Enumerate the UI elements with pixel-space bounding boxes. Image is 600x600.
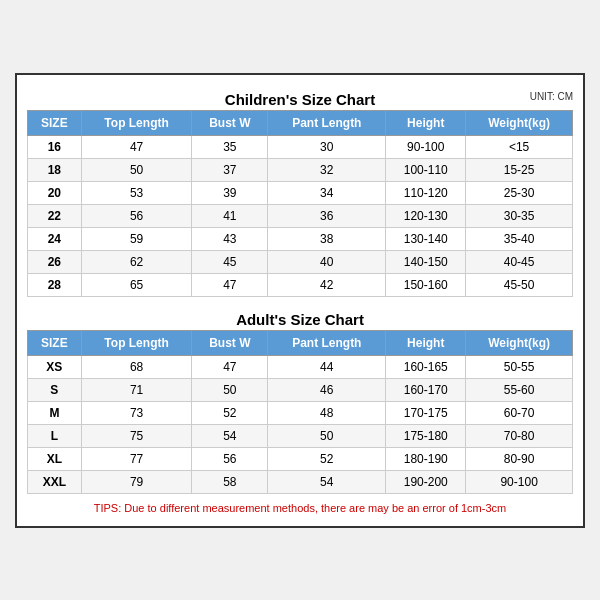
table-cell: 15-25 [466,158,573,181]
table-row: S715046160-17055-60 [28,378,573,401]
adults-col-toplength: Top Length [81,330,192,355]
table-cell: 40 [268,250,386,273]
table-cell: 37 [192,158,268,181]
adults-header-row: SIZE Top Length Bust W Pant Length Heigh… [28,330,573,355]
unit-label: UNIT: CM [530,91,573,102]
table-cell: 175-180 [386,424,466,447]
table-row: XL775652180-19080-90 [28,447,573,470]
table-cell: 47 [192,273,268,296]
table-cell: 30 [268,135,386,158]
children-col-weight: Weight(kg) [466,110,573,135]
table-cell: 20 [28,181,82,204]
table-cell: 50 [268,424,386,447]
table-row: XS684744160-16550-55 [28,355,573,378]
table-cell: 140-150 [386,250,466,273]
table-cell: XXL [28,470,82,493]
table-cell: 62 [81,250,192,273]
table-cell: 70-80 [466,424,573,447]
table-cell: 34 [268,181,386,204]
children-header-row: SIZE Top Length Bust W Pant Length Heigh… [28,110,573,135]
table-cell: 58 [192,470,268,493]
table-cell: 50-55 [466,355,573,378]
table-cell: 73 [81,401,192,424]
table-cell: XS [28,355,82,378]
table-cell: 35 [192,135,268,158]
table-cell: 90-100 [386,135,466,158]
table-cell: <15 [466,135,573,158]
table-cell: 24 [28,227,82,250]
tips-text: TIPS: Due to different measurement metho… [27,500,573,516]
table-cell: 18 [28,158,82,181]
table-cell: 160-165 [386,355,466,378]
children-col-size: SIZE [28,110,82,135]
table-row: M735248170-17560-70 [28,401,573,424]
children-tbody: 1647353090-100<1518503732100-11015-25205… [28,135,573,296]
table-cell: 30-35 [466,204,573,227]
table-cell: 32 [268,158,386,181]
table-cell: 190-200 [386,470,466,493]
table-row: L755450175-18070-80 [28,424,573,447]
table-cell: 180-190 [386,447,466,470]
table-row: 1647353090-100<15 [28,135,573,158]
table-cell: 43 [192,227,268,250]
table-cell: 160-170 [386,378,466,401]
table-row: 24594338130-14035-40 [28,227,573,250]
table-row: 22564136120-13030-35 [28,204,573,227]
table-cell: 110-120 [386,181,466,204]
children-col-height: Height [386,110,466,135]
table-cell: 150-160 [386,273,466,296]
table-cell: S [28,378,82,401]
table-cell: 90-100 [466,470,573,493]
table-cell: 77 [81,447,192,470]
table-cell: 44 [268,355,386,378]
children-table: SIZE Top Length Bust W Pant Length Heigh… [27,110,573,297]
table-cell: 120-130 [386,204,466,227]
table-row: XXL795854190-20090-100 [28,470,573,493]
table-cell: 130-140 [386,227,466,250]
table-cell: 55-60 [466,378,573,401]
table-row: 28654742150-16045-50 [28,273,573,296]
table-cell: 41 [192,204,268,227]
table-cell: 38 [268,227,386,250]
table-cell: 35-40 [466,227,573,250]
table-cell: 25-30 [466,181,573,204]
table-cell: 60-70 [466,401,573,424]
table-cell: 100-110 [386,158,466,181]
table-cell: 50 [192,378,268,401]
table-cell: 16 [28,135,82,158]
children-col-toplength: Top Length [81,110,192,135]
table-cell: 59 [81,227,192,250]
adults-table: SIZE Top Length Bust W Pant Length Heigh… [27,330,573,494]
table-cell: 80-90 [466,447,573,470]
table-cell: 46 [268,378,386,401]
table-cell: 53 [81,181,192,204]
children-title-text: Children's Size Chart [225,91,375,108]
children-col-pantlength: Pant Length [268,110,386,135]
table-cell: 54 [192,424,268,447]
table-cell: 79 [81,470,192,493]
table-cell: 52 [192,401,268,424]
table-cell: M [28,401,82,424]
table-cell: 45-50 [466,273,573,296]
children-title: Children's Size Chart UNIT: CM [27,85,573,110]
table-cell: XL [28,447,82,470]
adults-col-size: SIZE [28,330,82,355]
table-cell: 170-175 [386,401,466,424]
table-cell: 68 [81,355,192,378]
adults-col-height: Height [386,330,466,355]
table-cell: 52 [268,447,386,470]
table-cell: 45 [192,250,268,273]
table-cell: L [28,424,82,447]
table-cell: 56 [81,204,192,227]
table-row: 26624540140-15040-45 [28,250,573,273]
table-row: 18503732100-11015-25 [28,158,573,181]
table-cell: 42 [268,273,386,296]
table-cell: 40-45 [466,250,573,273]
table-cell: 56 [192,447,268,470]
adults-col-weight: Weight(kg) [466,330,573,355]
table-cell: 54 [268,470,386,493]
adults-col-pantlength: Pant Length [268,330,386,355]
table-cell: 50 [81,158,192,181]
table-cell: 36 [268,204,386,227]
table-row: 20533934110-12025-30 [28,181,573,204]
